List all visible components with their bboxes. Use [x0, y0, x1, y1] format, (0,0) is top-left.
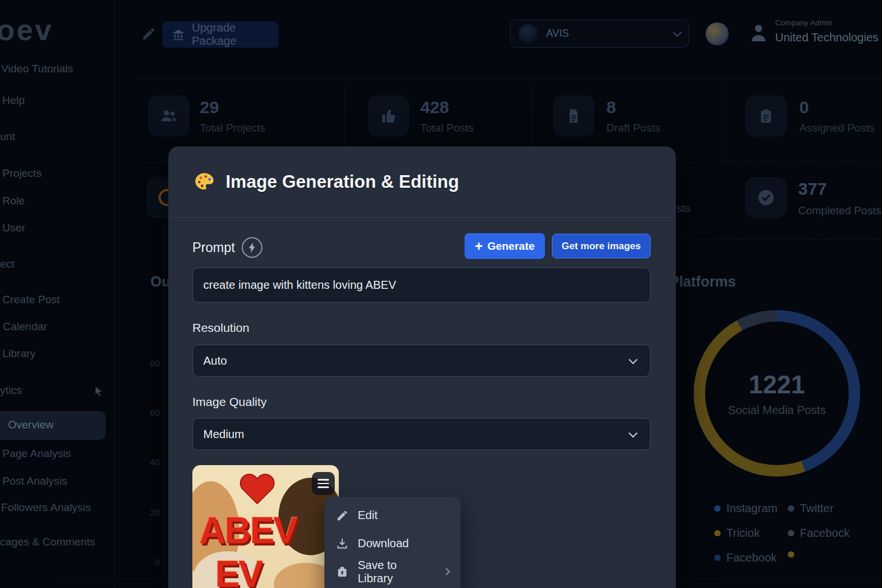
legend-item-facebook: Facebook: [714, 551, 777, 564]
y-tick: 40: [142, 457, 160, 467]
stat-tile-total-projects: [148, 95, 189, 137]
sidebar-item-followers-analysis[interactable]: Followers Analysis: [1, 501, 91, 514]
app-root: { "brand": {"logo": "oev"}, "topbar": { …: [0, 0, 882, 588]
y-tick: 0: [142, 557, 160, 567]
modal-title: Image Generation & Editing: [226, 172, 459, 192]
sidebar-item-overview[interactable]: Overview: [0, 411, 106, 440]
user-avatar[interactable]: [706, 22, 729, 45]
mouse-cursor: [94, 386, 105, 397]
y-tick: 00: [142, 358, 160, 368]
thumbs-up-icon: [380, 107, 397, 125]
platforms-top-divider: [678, 239, 882, 240]
sidebar-item-analytics-clipped[interactable]: ytics: [0, 384, 22, 397]
sidebar-item-page-analysis[interactable]: Page Analysis: [2, 447, 71, 460]
legend-label: Instagram: [726, 502, 777, 515]
context-menu-download[interactable]: Download: [324, 529, 461, 558]
context-menu-label: Save to Library: [358, 559, 435, 585]
clipboard-icon: [758, 107, 774, 125]
background-chart-title-clipped: Ou: [150, 273, 171, 290]
platforms-title: Platforms: [670, 273, 736, 290]
image-quality-select[interactable]: Medium: [192, 418, 651, 450]
stat-tile-assigned-posts: [745, 95, 787, 137]
legend-item-triciok: Triciok: [714, 527, 760, 540]
sidebar-item-projects[interactable]: Projects: [2, 167, 42, 180]
palette-icon: [194, 171, 215, 193]
sidebar-item-video-tutorials[interactable]: Video Tutorials: [1, 63, 73, 75]
sidebar-item-messages-comments-clipped[interactable]: cages & Comments: [0, 536, 95, 548]
thumbnail-menu-button[interactable]: [312, 472, 335, 495]
sidebar-divider: [114, 0, 115, 588]
stat-label: Total Posts: [420, 122, 474, 134]
chevron-down-icon: [629, 355, 638, 365]
bank-icon: [172, 28, 185, 41]
sidebar-item-post-analysis[interactable]: Post Analysis: [2, 475, 67, 488]
y-tick: 20: [142, 508, 160, 517]
upgrade-package-label: Upgrade Package: [192, 21, 269, 48]
legend-dot: [788, 530, 794, 536]
sidebar-item-role[interactable]: Role: [2, 195, 25, 207]
sidebar-item-user[interactable]: User: [2, 222, 25, 234]
legend-label: Twitter: [800, 502, 834, 515]
download-icon: [336, 537, 349, 550]
stats-divider-3: [722, 86, 723, 155]
magic-prompt-icon[interactable]: [242, 237, 262, 258]
legend-item-instagram: Instagram: [714, 502, 777, 515]
chevron-down-icon: [673, 28, 682, 37]
donut-center: 1221 Social Media Posts: [705, 322, 849, 465]
legend-label: Facebook: [726, 551, 777, 564]
legend-dot: [714, 530, 721, 536]
check-circle-icon: [757, 188, 775, 207]
legend-dot: [714, 505, 721, 512]
donut-total: 1221: [749, 370, 805, 399]
context-menu-edit[interactable]: Edit: [324, 501, 461, 529]
stat-tile-draft-posts: [553, 95, 594, 137]
context-menu-label: Edit: [358, 509, 377, 522]
legend-dot: [714, 555, 721, 561]
stat-value: 428: [420, 98, 449, 117]
get-more-images-button[interactable]: Get more images: [552, 234, 651, 258]
stats-divider-1: [345, 86, 345, 155]
sidebar-item-project-clipped[interactable]: ect: [0, 258, 14, 270]
image-context-menu: Edit Download Save to Library: [324, 497, 461, 588]
modal-header: Image Generation & Editing: [168, 146, 676, 218]
stat-value: 8: [606, 98, 616, 117]
stat-tile-total-posts: [368, 95, 409, 137]
sidebar-item-account-clipped[interactable]: unt: [0, 130, 15, 143]
thumbnail-text-line1: ABEV: [199, 512, 297, 549]
sidebar-item-library[interactable]: Library: [2, 347, 36, 360]
chevron-right-icon: [443, 568, 450, 575]
stat-label: Completed Posts: [798, 204, 881, 217]
legend-item-unlabeled: [788, 551, 800, 558]
image-quality-value: Medium: [203, 428, 244, 441]
heart-icon: [239, 472, 275, 505]
sidebar-item-create-post[interactable]: Create Post: [2, 293, 60, 306]
legend-label: Triciok: [726, 527, 760, 540]
users-icon: [160, 107, 178, 125]
prompt-label: Prompt: [192, 240, 235, 256]
prompt-input[interactable]: [192, 268, 651, 303]
upgrade-package-button[interactable]: Upgrade Package: [163, 21, 278, 48]
sidebar-item-overview-label: Overview: [8, 419, 53, 431]
workspace-select[interactable]: AVIS: [510, 20, 689, 48]
workspace-avatar: [519, 24, 538, 44]
context-menu-save-to-library[interactable]: Save to Library: [324, 558, 461, 586]
resolution-select[interactable]: Auto: [192, 345, 651, 377]
sidebar-item-calendar[interactable]: Calendar: [3, 320, 47, 333]
generate-button[interactable]: + Generate: [465, 233, 545, 259]
edit-icon: [336, 509, 349, 522]
pencil-icon[interactable]: [141, 26, 156, 41]
stat-label: Draft Posts: [606, 122, 660, 134]
prompt-actions: + Generate Get more images: [465, 233, 651, 259]
brand-logo: oev: [0, 13, 53, 47]
user-icon: [748, 21, 769, 44]
stat-value: 377: [798, 179, 827, 199]
sidebar-item-help[interactable]: Help: [2, 94, 25, 107]
user-company: United Technologies 4: [775, 31, 882, 44]
donut-caption: Social Media Posts: [728, 404, 826, 417]
stat-label: Assigned Posts: [799, 122, 875, 134]
resolution-label: Resolution: [192, 321, 249, 335]
y-tick: 60: [142, 408, 160, 417]
chevron-down-icon: [629, 429, 638, 438]
thumbnail-text-line2: EV: [215, 556, 262, 588]
stats-divider-2: [531, 86, 532, 155]
